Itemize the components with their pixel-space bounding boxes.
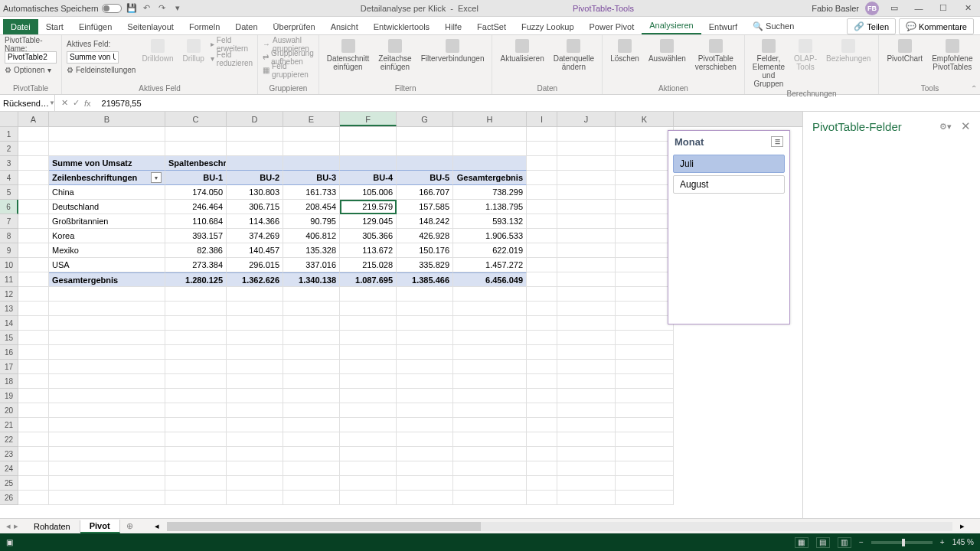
cell[interactable] bbox=[557, 374, 616, 389]
cell[interactable] bbox=[49, 287, 165, 302]
cell[interactable] bbox=[340, 432, 397, 447]
data-cell[interactable]: 82.386 bbox=[165, 243, 227, 258]
column-total[interactable]: 1.087.695 bbox=[340, 272, 397, 287]
cell[interactable] bbox=[397, 461, 453, 476]
slicer-monat[interactable]: Monat ☰ Juli August bbox=[668, 130, 790, 324]
cell[interactable] bbox=[527, 200, 557, 214]
data-cell[interactable]: 208.454 bbox=[283, 200, 340, 214]
tab-developer[interactable]: Entwicklertools bbox=[366, 19, 437, 34]
data-cell[interactable]: 174.050 bbox=[165, 185, 227, 200]
cell[interactable] bbox=[18, 142, 49, 156]
page-break-view-icon[interactable]: ▥ bbox=[838, 537, 851, 548]
pivotchart-button[interactable]: PivotChart bbox=[884, 37, 926, 64]
cell[interactable] bbox=[397, 389, 453, 403]
column-header-I[interactable]: I bbox=[527, 112, 557, 126]
cell[interactable] bbox=[283, 156, 340, 171]
zoom-slider[interactable] bbox=[871, 541, 933, 544]
cell[interactable] bbox=[527, 403, 557, 418]
cell[interactable] bbox=[18, 302, 49, 316]
row-label[interactable]: USA bbox=[49, 258, 165, 272]
cell[interactable] bbox=[18, 345, 49, 360]
data-cell[interactable]: 150.176 bbox=[397, 243, 453, 258]
cell[interactable] bbox=[527, 360, 557, 374]
data-cell[interactable]: 296.015 bbox=[227, 258, 283, 272]
cell[interactable] bbox=[340, 287, 397, 302]
data-cell[interactable]: 219.579 bbox=[340, 200, 397, 214]
row-header[interactable]: 24 bbox=[0, 461, 18, 476]
cell[interactable] bbox=[453, 491, 527, 505]
cell[interactable] bbox=[165, 331, 227, 345]
cell[interactable] bbox=[340, 491, 397, 505]
cell[interactable] bbox=[165, 345, 227, 360]
cell[interactable] bbox=[165, 403, 227, 418]
cell[interactable] bbox=[49, 316, 165, 331]
minimize-icon[interactable]: — bbox=[910, 2, 928, 15]
zoom-in-icon[interactable]: + bbox=[940, 538, 945, 546]
cell[interactable] bbox=[397, 432, 453, 447]
cell[interactable] bbox=[527, 432, 557, 447]
insert-slicer-button[interactable]: Datenschnitt einfügen bbox=[324, 37, 373, 73]
recommended-pivottables-button[interactable]: Empfohlene PivotTables bbox=[929, 37, 975, 73]
cell[interactable] bbox=[49, 491, 165, 505]
data-cell[interactable]: 113.672 bbox=[340, 243, 397, 258]
row-header[interactable]: 23 bbox=[0, 447, 18, 461]
column-header-B[interactable]: B bbox=[49, 112, 165, 126]
cell[interactable] bbox=[557, 360, 616, 374]
save-icon[interactable]: 💾 bbox=[126, 3, 137, 14]
cell[interactable] bbox=[557, 229, 616, 243]
row-header[interactable]: 11 bbox=[0, 272, 18, 287]
undo-icon[interactable]: ↶ bbox=[142, 3, 152, 14]
row-label[interactable]: China bbox=[49, 185, 165, 200]
cell[interactable] bbox=[527, 258, 557, 272]
cell[interactable] bbox=[18, 258, 49, 272]
column-header-E[interactable]: E bbox=[283, 112, 340, 126]
autosave-toggle[interactable]: Automatisches Speichern bbox=[3, 4, 122, 13]
cell[interactable] bbox=[527, 142, 557, 156]
grand-total-header[interactable]: Gesamtergebnis bbox=[453, 171, 527, 185]
cell[interactable] bbox=[283, 142, 340, 156]
cell[interactable] bbox=[527, 302, 557, 316]
cell[interactable] bbox=[227, 360, 283, 374]
cell[interactable] bbox=[557, 476, 616, 491]
cancel-formula-icon[interactable]: ✕ bbox=[61, 98, 68, 108]
row-total[interactable]: 1.457.272 bbox=[453, 258, 527, 272]
cell[interactable] bbox=[283, 374, 340, 389]
cell[interactable] bbox=[397, 127, 453, 142]
cell[interactable] bbox=[49, 374, 165, 389]
row-header[interactable]: 15 bbox=[0, 331, 18, 345]
change-datasource-button[interactable]: Datenquelle ändern bbox=[550, 37, 597, 73]
cell[interactable] bbox=[397, 447, 453, 461]
data-cell[interactable]: 374.269 bbox=[227, 229, 283, 243]
cell[interactable] bbox=[557, 316, 616, 331]
column-header-C[interactable]: C bbox=[165, 112, 227, 126]
tab-analyze[interactable]: Analysieren bbox=[642, 18, 701, 34]
row-total[interactable]: 1.906.533 bbox=[453, 229, 527, 243]
cell[interactable] bbox=[283, 461, 340, 476]
cell[interactable] bbox=[616, 229, 674, 243]
cell[interactable] bbox=[18, 127, 49, 142]
sheet-tab-pivot[interactable]: Pivot bbox=[80, 520, 120, 533]
cell[interactable] bbox=[227, 461, 283, 476]
cell[interactable] bbox=[227, 142, 283, 156]
cell[interactable] bbox=[283, 418, 340, 432]
cell[interactable] bbox=[49, 447, 165, 461]
expand-field-button[interactable]: ▸ Feld erweitern bbox=[211, 37, 253, 51]
taskpane-settings-icon[interactable]: ⚙▾ bbox=[939, 122, 952, 132]
cell[interactable] bbox=[397, 345, 453, 360]
row-header[interactable]: 10 bbox=[0, 258, 18, 272]
data-cell[interactable]: 335.829 bbox=[397, 258, 453, 272]
cell[interactable] bbox=[453, 432, 527, 447]
tab-start[interactable]: Start bbox=[38, 19, 71, 34]
cell[interactable] bbox=[616, 272, 674, 287]
cell[interactable] bbox=[49, 418, 165, 432]
data-cell[interactable]: 337.016 bbox=[283, 258, 340, 272]
row-header[interactable]: 5 bbox=[0, 185, 18, 200]
grand-total-value[interactable]: 6.456.049 bbox=[453, 272, 527, 287]
cell[interactable] bbox=[165, 447, 227, 461]
cell[interactable] bbox=[453, 316, 527, 331]
cell[interactable] bbox=[227, 418, 283, 432]
cell[interactable] bbox=[165, 389, 227, 403]
tab-factset[interactable]: FactSet bbox=[469, 19, 514, 34]
column-header-bu[interactable]: BU-3 bbox=[283, 171, 340, 185]
cell[interactable] bbox=[453, 287, 527, 302]
